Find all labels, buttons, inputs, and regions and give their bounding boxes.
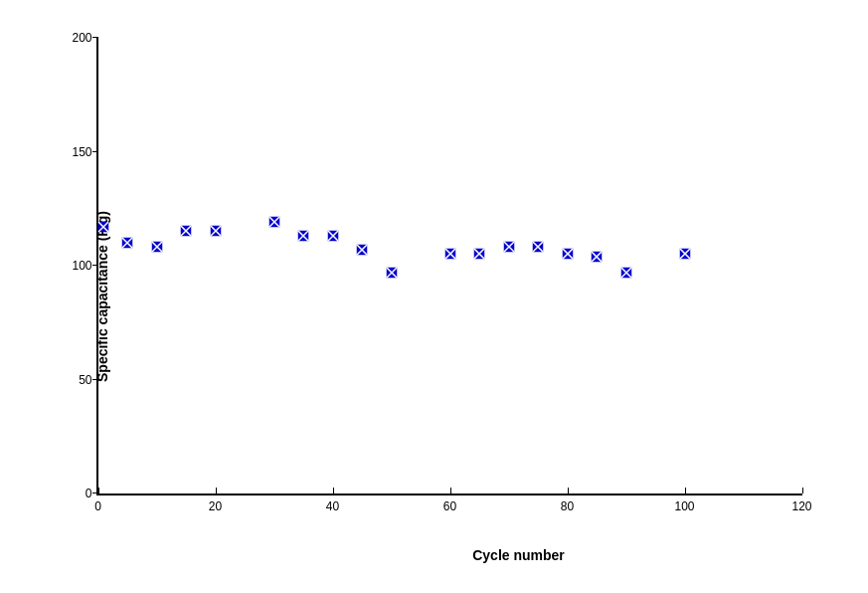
data-point [151,239,163,251]
x-tick-label: 40 [326,499,339,513]
data-point [679,246,691,258]
x-tick-line [450,488,451,494]
x-axis-label: Cycle number [472,547,565,563]
x-tick-line [333,488,334,494]
y-tick-label: 100 [72,259,91,273]
y-tick-line [92,37,98,38]
data-point [562,246,574,258]
y-tick-label: 150 [72,145,91,159]
chart-container: Specific capacitance (F/g) 5010015020000… [27,18,842,575]
x-tick-label: 100 [674,499,694,513]
data-point [121,235,133,247]
data-point [386,265,398,277]
x-tick-label: 60 [443,499,456,513]
x-tick-line [98,488,99,494]
data-point [532,239,544,251]
y-tick-label: 50 [79,373,91,387]
x-tick-label: 80 [561,499,574,513]
data-point [503,239,515,251]
y-tick-label: 0 [86,487,92,500]
x-tick-label: 120 [791,499,811,513]
y-tick-line [92,379,98,380]
x-tick-line [216,488,217,494]
y-tick-label: 200 [72,31,91,45]
x-tick-label: 20 [209,499,222,513]
data-point [591,249,603,261]
y-tick-line [92,151,98,152]
data-point [620,265,632,277]
data-point [97,219,109,231]
data-point [268,214,280,226]
x-tick-line [685,488,686,494]
y-tick-line [92,265,98,266]
data-point [210,223,222,235]
x-tick-label: 0 [94,499,101,513]
data-point [356,242,368,254]
x-tick-line [802,488,803,494]
x-tick-line [568,488,569,494]
data-point [327,228,339,240]
data-point [444,246,456,258]
data-point [473,246,485,258]
chart-area: 501001502000020406080100120 [96,38,802,495]
data-point [180,223,192,235]
data-point [297,228,309,240]
